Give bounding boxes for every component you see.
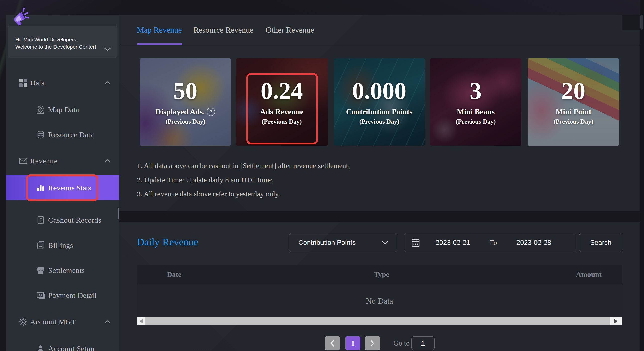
database-icon [36,130,46,140]
stat-value: 0.000 [352,79,406,103]
column-header-date: Date [167,270,181,279]
stat-label: Mini Beans [457,107,495,116]
sidebar-item-payment-detail[interactable]: Payment Detail [6,288,119,303]
revenue-type-select[interactable]: Contribution Points [289,233,397,252]
storefront-icon [36,265,46,275]
sidebar-item-label: Revenue Stats [48,184,91,192]
stat-sublabel: (Previous Day) [554,118,594,125]
chevron-up-icon [104,159,111,163]
sidebar-item-map-data[interactable]: Map Data [6,102,119,117]
pagination-page-1[interactable]: 1 [345,336,360,350]
pagination-next-button[interactable] [365,336,380,350]
chevron-down-icon[interactable] [104,47,111,51]
scroll-left-button[interactable] [137,317,145,325]
help-icon[interactable]: ? [207,108,215,116]
stat-value: 50 [173,79,197,103]
sidebar-item-revenue[interactable]: Revenue [6,153,119,168]
sidebar-item-account-mgt[interactable]: Account MGT [6,314,119,329]
sidebar-item-revenue-stats[interactable]: Revenue Stats [6,175,119,200]
selected-option: Contribution Points [298,239,356,247]
stat-card-mini-beans[interactable]: 3 Mini Beans (Previous Day) [430,58,521,146]
note-line: 1. All data above can be cashout in [Set… [137,159,350,173]
revenue-notes: 1. All data above can be cashout in [Set… [137,159,350,201]
chevron-up-icon [104,320,111,324]
column-header-amount: Amount [576,270,602,279]
stat-card-displayed-ads[interactable]: 50 Displayed Ads. ? (Previous Day) [140,58,231,146]
stat-card-contribution-points[interactable]: 0.000 Contribution Points (Previous Day) [334,58,425,146]
sidebar-item-settlements[interactable]: Settlements [6,263,119,278]
envelope-icon [18,156,28,166]
grid-icon [18,78,28,88]
date-range-picker[interactable]: 2023-02-21 To 2023-02-28 [404,233,576,252]
page-scrollbar-thumb[interactable] [640,15,643,30]
tab-resource-revenue[interactable]: Resource Revenue [193,15,253,45]
stat-value: 3 [470,79,482,103]
pages-icon [36,240,46,250]
stat-label: Contribution Points [346,107,412,116]
chevron-up-icon [104,81,111,85]
sidebar: Hi, Mini World Developers. Welcome to th… [6,15,119,351]
table-header-row: Date Type Amount [137,265,622,284]
sidebar-item-label: Settlements [48,266,85,275]
stat-value: 20 [561,79,585,103]
active-tab-underline [137,43,182,45]
document-list-icon [36,215,46,225]
date-from-value[interactable]: 2023-02-21 [436,239,470,247]
goto-page-label: Go to [393,336,410,350]
arrow-right-icon [614,319,617,323]
daily-revenue-panel: Daily Revenue Contribution Points 2023-0… [119,222,640,351]
sidebar-item-data[interactable]: Data [6,75,119,90]
calendar-icon [411,238,420,247]
sidebar-item-cashout-records[interactable]: Cashout Records [6,213,119,228]
sidebar-item-label: Data [30,79,45,87]
stat-card-mini-point[interactable]: 20 Mini Point (Previous Day) [528,58,619,146]
goto-page-input[interactable] [411,336,435,350]
stat-label: Displayed Ads. [155,107,205,116]
chevron-down-icon [382,241,388,245]
sidebar-item-billings[interactable]: Billings [6,238,119,253]
table-body: No Data [137,284,622,317]
daily-revenue-title: Daily Revenue [137,236,198,248]
daily-revenue-table: Date Type Amount No Data [137,265,622,325]
sidebar-item-label: Payment Detail [48,291,97,300]
person-icon [36,344,46,351]
empty-state-text: No Data [366,296,393,305]
search-button[interactable]: Search [579,233,622,252]
sidebar-item-label: Resource Data [48,130,94,139]
sidebar-item-label: Account MGT [30,318,76,326]
stat-card-ads-revenue[interactable]: 0.24 Ads Revenue (Previous Day) [236,58,328,146]
stat-sublabel: (Previous Day) [166,118,205,125]
stat-sublabel: (Previous Day) [456,118,496,125]
date-to-value[interactable]: 2023-02-28 [516,239,551,247]
welcome-text: Hi, Mini World Developers. Welcome to th… [15,36,99,50]
annotation-ring-ads-revenue [246,73,318,144]
scroll-right-button[interactable] [610,317,622,325]
developer-center-page: Hi, Mini World Developers. Welcome to th… [0,0,644,351]
arrow-left-icon [140,319,143,323]
tab-other-revenue[interactable]: Other Revenue [266,15,314,45]
page-scrollbar[interactable] [640,0,644,351]
sidebar-item-label: Billings [48,241,73,250]
megaphone-icon [11,8,30,26]
sidebar-item-label: Revenue [30,157,57,165]
sidebar-item-resource-data[interactable]: Resource Data [6,127,119,142]
welcome-banner[interactable]: Hi, Mini World Developers. Welcome to th… [8,26,117,58]
bar-chart-icon [36,183,46,193]
revenue-overview-panel: Map Revenue Resource Revenue Other Reven… [119,15,640,211]
tab-map-revenue[interactable]: Map Revenue [137,15,182,45]
note-line: 2. Update Time: Update daily 8 am UTC ti… [137,173,350,187]
sidebar-item-label: Cashout Records [48,216,101,224]
search-button-label: Search [590,239,612,247]
sidebar-item-account-setup[interactable]: Account Setup [6,341,119,351]
date-to-label: To [490,239,497,247]
revenue-tabbar: Map Revenue Resource Revenue Other Reven… [119,15,640,45]
pagination-prev-button[interactable] [325,336,340,350]
gear-icon [18,317,28,327]
horizontal-scrollbar[interactable] [137,317,622,325]
map-pin-icon [36,105,46,115]
sidebar-item-label: Map Data [48,105,79,114]
stat-label: Mini Point [556,107,591,116]
payment-card-icon [36,290,46,300]
column-header-type: Type [374,270,389,279]
stat-sublabel: (Previous Day) [359,118,399,125]
